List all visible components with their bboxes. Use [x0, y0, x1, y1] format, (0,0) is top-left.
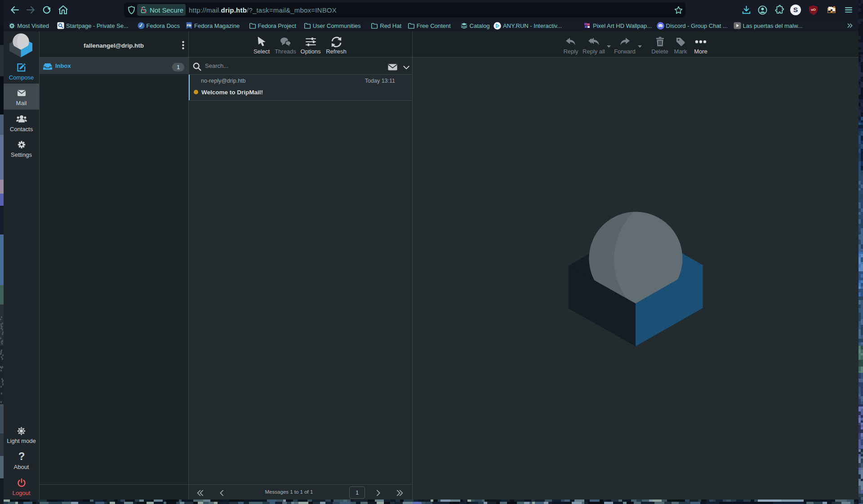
- svg-text:S: S: [793, 6, 798, 13]
- svg-text:FM: FM: [187, 24, 191, 27]
- svg-text:?: ?: [18, 451, 25, 462]
- svg-text:uO: uO: [811, 8, 816, 12]
